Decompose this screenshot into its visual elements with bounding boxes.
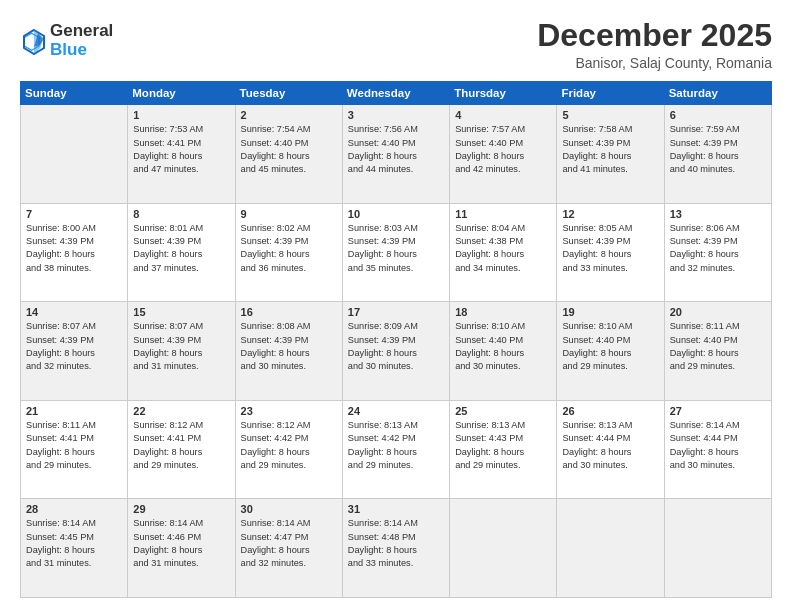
day-number: 16 (241, 306, 337, 318)
day-info: Sunrise: 8:14 AMSunset: 4:44 PMDaylight:… (670, 419, 766, 472)
day-info: Sunrise: 8:03 AMSunset: 4:39 PMDaylight:… (348, 222, 444, 275)
day-info: Sunrise: 8:08 AMSunset: 4:39 PMDaylight:… (241, 320, 337, 373)
day-number: 14 (26, 306, 122, 318)
day-info: Sunrise: 8:13 AMSunset: 4:43 PMDaylight:… (455, 419, 551, 472)
calendar-cell: 29Sunrise: 8:14 AMSunset: 4:46 PMDayligh… (128, 499, 235, 598)
day-info: Sunrise: 8:13 AMSunset: 4:44 PMDaylight:… (562, 419, 658, 472)
calendar-cell: 9Sunrise: 8:02 AMSunset: 4:39 PMDaylight… (235, 203, 342, 302)
day-info: Sunrise: 7:53 AMSunset: 4:41 PMDaylight:… (133, 123, 229, 176)
location: Banisor, Salaj County, Romania (537, 55, 772, 71)
calendar-cell: 30Sunrise: 8:14 AMSunset: 4:47 PMDayligh… (235, 499, 342, 598)
calendar-cell (450, 499, 557, 598)
day-info: Sunrise: 8:09 AMSunset: 4:39 PMDaylight:… (348, 320, 444, 373)
day-info: Sunrise: 7:59 AMSunset: 4:39 PMDaylight:… (670, 123, 766, 176)
day-number: 4 (455, 109, 551, 121)
day-number: 8 (133, 208, 229, 220)
day-info: Sunrise: 8:07 AMSunset: 4:39 PMDaylight:… (26, 320, 122, 373)
calendar-cell: 22Sunrise: 8:12 AMSunset: 4:41 PMDayligh… (128, 400, 235, 499)
day-info: Sunrise: 7:56 AMSunset: 4:40 PMDaylight:… (348, 123, 444, 176)
day-number: 18 (455, 306, 551, 318)
day-info: Sunrise: 8:00 AMSunset: 4:39 PMDaylight:… (26, 222, 122, 275)
calendar-cell: 13Sunrise: 8:06 AMSunset: 4:39 PMDayligh… (664, 203, 771, 302)
month-title: December 2025 (537, 18, 772, 53)
calendar-week-2: 7Sunrise: 8:00 AMSunset: 4:39 PMDaylight… (21, 203, 772, 302)
logo: ⬡ General Blue (20, 22, 113, 59)
calendar-table: SundayMondayTuesdayWednesdayThursdayFrid… (20, 81, 772, 598)
day-number: 5 (562, 109, 658, 121)
calendar-cell: 20Sunrise: 8:11 AMSunset: 4:40 PMDayligh… (664, 302, 771, 401)
calendar-cell: 11Sunrise: 8:04 AMSunset: 4:38 PMDayligh… (450, 203, 557, 302)
logo-blue: Blue (50, 41, 113, 60)
day-info: Sunrise: 8:12 AMSunset: 4:42 PMDaylight:… (241, 419, 337, 472)
calendar-cell (557, 499, 664, 598)
calendar-cell: 31Sunrise: 8:14 AMSunset: 4:48 PMDayligh… (342, 499, 449, 598)
day-number: 12 (562, 208, 658, 220)
day-number: 23 (241, 405, 337, 417)
calendar-cell: 19Sunrise: 8:10 AMSunset: 4:40 PMDayligh… (557, 302, 664, 401)
day-number: 10 (348, 208, 444, 220)
day-number: 22 (133, 405, 229, 417)
day-number: 24 (348, 405, 444, 417)
day-number: 15 (133, 306, 229, 318)
calendar-week-3: 14Sunrise: 8:07 AMSunset: 4:39 PMDayligh… (21, 302, 772, 401)
logo-general: General (50, 22, 113, 41)
calendar-cell: 14Sunrise: 8:07 AMSunset: 4:39 PMDayligh… (21, 302, 128, 401)
calendar-week-4: 21Sunrise: 8:11 AMSunset: 4:41 PMDayligh… (21, 400, 772, 499)
weekday-header-wednesday: Wednesday (342, 82, 449, 105)
day-info: Sunrise: 8:14 AMSunset: 4:47 PMDaylight:… (241, 517, 337, 570)
calendar-cell: 26Sunrise: 8:13 AMSunset: 4:44 PMDayligh… (557, 400, 664, 499)
day-info: Sunrise: 8:07 AMSunset: 4:39 PMDaylight:… (133, 320, 229, 373)
day-number: 21 (26, 405, 122, 417)
day-number: 6 (670, 109, 766, 121)
day-number: 20 (670, 306, 766, 318)
day-info: Sunrise: 7:57 AMSunset: 4:40 PMDaylight:… (455, 123, 551, 176)
calendar-cell: 3Sunrise: 7:56 AMSunset: 4:40 PMDaylight… (342, 105, 449, 204)
calendar-cell: 25Sunrise: 8:13 AMSunset: 4:43 PMDayligh… (450, 400, 557, 499)
day-number: 13 (670, 208, 766, 220)
calendar-cell: 5Sunrise: 7:58 AMSunset: 4:39 PMDaylight… (557, 105, 664, 204)
calendar-cell: 21Sunrise: 8:11 AMSunset: 4:41 PMDayligh… (21, 400, 128, 499)
calendar-cell: 12Sunrise: 8:05 AMSunset: 4:39 PMDayligh… (557, 203, 664, 302)
day-info: Sunrise: 8:02 AMSunset: 4:39 PMDaylight:… (241, 222, 337, 275)
day-number: 7 (26, 208, 122, 220)
day-info: Sunrise: 7:54 AMSunset: 4:40 PMDaylight:… (241, 123, 337, 176)
calendar-cell: 1Sunrise: 7:53 AMSunset: 4:41 PMDaylight… (128, 105, 235, 204)
day-number: 17 (348, 306, 444, 318)
title-area: December 2025 Banisor, Salaj County, Rom… (537, 18, 772, 71)
day-info: Sunrise: 8:06 AMSunset: 4:39 PMDaylight:… (670, 222, 766, 275)
calendar-cell: 10Sunrise: 8:03 AMSunset: 4:39 PMDayligh… (342, 203, 449, 302)
calendar-cell: 24Sunrise: 8:13 AMSunset: 4:42 PMDayligh… (342, 400, 449, 499)
day-info: Sunrise: 8:05 AMSunset: 4:39 PMDaylight:… (562, 222, 658, 275)
day-info: Sunrise: 8:12 AMSunset: 4:41 PMDaylight:… (133, 419, 229, 472)
day-number: 28 (26, 503, 122, 515)
calendar-cell: 16Sunrise: 8:08 AMSunset: 4:39 PMDayligh… (235, 302, 342, 401)
calendar-cell: 2Sunrise: 7:54 AMSunset: 4:40 PMDaylight… (235, 105, 342, 204)
day-number: 25 (455, 405, 551, 417)
day-number: 19 (562, 306, 658, 318)
weekday-header-sunday: Sunday (21, 82, 128, 105)
calendar-cell: 8Sunrise: 8:01 AMSunset: 4:39 PMDaylight… (128, 203, 235, 302)
day-number: 3 (348, 109, 444, 121)
calendar-cell: 28Sunrise: 8:14 AMSunset: 4:45 PMDayligh… (21, 499, 128, 598)
calendar-page: ⬡ General Blue December 2025 Banisor, Sa… (0, 0, 792, 612)
calendar-cell: 4Sunrise: 7:57 AMSunset: 4:40 PMDaylight… (450, 105, 557, 204)
day-info: Sunrise: 8:01 AMSunset: 4:39 PMDaylight:… (133, 222, 229, 275)
day-number: 11 (455, 208, 551, 220)
logo-icon: ⬡ (20, 27, 48, 55)
calendar-header: SundayMondayTuesdayWednesdayThursdayFrid… (21, 82, 772, 105)
day-info: Sunrise: 8:11 AMSunset: 4:41 PMDaylight:… (26, 419, 122, 472)
day-number: 27 (670, 405, 766, 417)
weekday-header-monday: Monday (128, 82, 235, 105)
weekday-header-thursday: Thursday (450, 82, 557, 105)
calendar-week-1: 1Sunrise: 7:53 AMSunset: 4:41 PMDaylight… (21, 105, 772, 204)
header: ⬡ General Blue December 2025 Banisor, Sa… (20, 18, 772, 71)
day-number: 1 (133, 109, 229, 121)
calendar-cell: 17Sunrise: 8:09 AMSunset: 4:39 PMDayligh… (342, 302, 449, 401)
day-info: Sunrise: 8:10 AMSunset: 4:40 PMDaylight:… (562, 320, 658, 373)
day-number: 26 (562, 405, 658, 417)
day-info: Sunrise: 8:13 AMSunset: 4:42 PMDaylight:… (348, 419, 444, 472)
day-number: 31 (348, 503, 444, 515)
weekday-header-tuesday: Tuesday (235, 82, 342, 105)
day-info: Sunrise: 8:14 AMSunset: 4:48 PMDaylight:… (348, 517, 444, 570)
day-info: Sunrise: 8:14 AMSunset: 4:45 PMDaylight:… (26, 517, 122, 570)
